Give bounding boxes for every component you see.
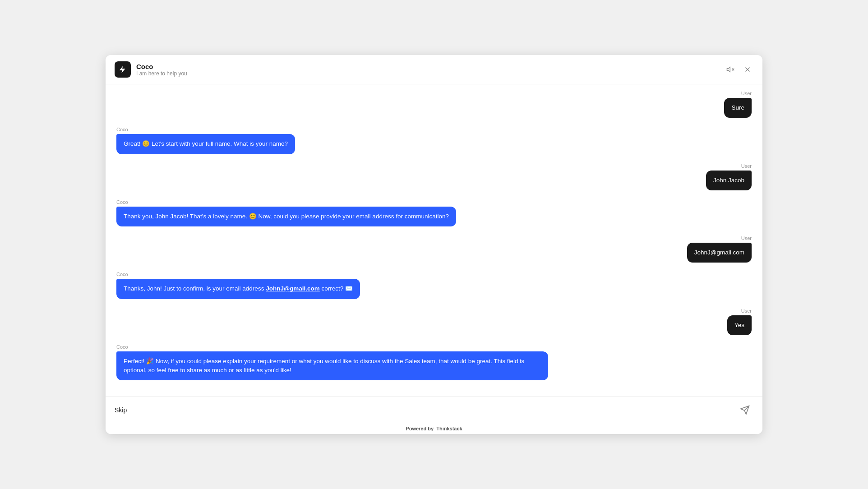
chat-input[interactable] (115, 406, 736, 414)
message-group-6: Coco Thank you, John Jacob! That's a lov… (116, 199, 752, 226)
header-actions (725, 64, 753, 75)
bot-label-6: Coco (116, 199, 128, 205)
bot-text-4: Great! 😊 Let's start with your full name… (124, 140, 288, 147)
user-bubble-7: JohnJ@gmail.com (687, 243, 752, 263)
email-link[interactable]: JohnJ@gmail.com (266, 285, 320, 292)
chat-header: Coco I am here to help you (106, 55, 762, 84)
user-bubble-9: Yes (727, 315, 752, 335)
bot-text-6: Thank you, John Jacob! That's a lovely n… (124, 213, 449, 220)
mute-icon (726, 65, 734, 74)
messages-container: User Hey, I am looking for connecting wi… (106, 84, 762, 397)
bot-bubble-10: Perfect! 🎉 Now, if you could please expl… (116, 351, 548, 381)
bot-subtitle: I am here to help you (136, 70, 187, 77)
footer-brand: Thinkstack (436, 426, 462, 431)
send-button[interactable] (736, 403, 753, 417)
user-label-7: User (741, 235, 752, 241)
close-button[interactable] (742, 64, 753, 75)
bot-label-8: Coco (116, 272, 128, 277)
bot-label-10: Coco (116, 344, 128, 350)
message-group-4: Coco Great! 😊 Let's start with your full… (116, 127, 752, 154)
chat-footer: Powered by Thinkstack (106, 423, 762, 434)
message-group-10: Coco Perfect! 🎉 Now, if you could please… (116, 344, 752, 381)
bot-text-10: Perfect! 🎉 Now, if you could please expl… (124, 358, 524, 374)
bot-info: Coco I am here to help you (136, 63, 187, 77)
message-group-7: User JohnJ@gmail.com (116, 235, 752, 263)
close-icon (743, 65, 752, 74)
chat-input-area (106, 397, 762, 423)
coco-logo (115, 61, 131, 78)
logo-icon (118, 65, 128, 74)
bot-text-8-before: Thanks, John! Just to confirm, is your e… (124, 285, 266, 292)
message-group-5: User John Jacob (116, 163, 752, 190)
user-bubble-3: Sure (724, 98, 752, 118)
message-group-8: Coco Thanks, John! Just to confirm, is y… (116, 272, 752, 299)
chat-window: Coco I am here to help you User (106, 55, 762, 434)
user-label-5: User (741, 163, 752, 169)
svg-marker-0 (727, 67, 730, 72)
bot-bubble-8: Thanks, John! Just to confirm, is your e… (116, 279, 360, 299)
send-icon (740, 405, 750, 415)
bot-label-4: Coco (116, 127, 128, 132)
bot-bubble-6: Thank you, John Jacob! That's a lovely n… (116, 207, 456, 226)
bot-bubble-4: Great! 😊 Let's start with your full name… (116, 134, 295, 154)
footer-prefix: Powered by (406, 426, 434, 431)
user-label-9: User (741, 308, 752, 314)
message-group-9: User Yes (116, 308, 752, 335)
user-bubble-5: John Jacob (706, 171, 752, 190)
bot-name: Coco (136, 63, 187, 70)
user-label-3: User (741, 91, 752, 96)
bot-text-8-after: correct? ✉️ (320, 285, 353, 292)
mute-button[interactable] (725, 64, 736, 75)
message-group-3: User Sure (116, 91, 752, 118)
